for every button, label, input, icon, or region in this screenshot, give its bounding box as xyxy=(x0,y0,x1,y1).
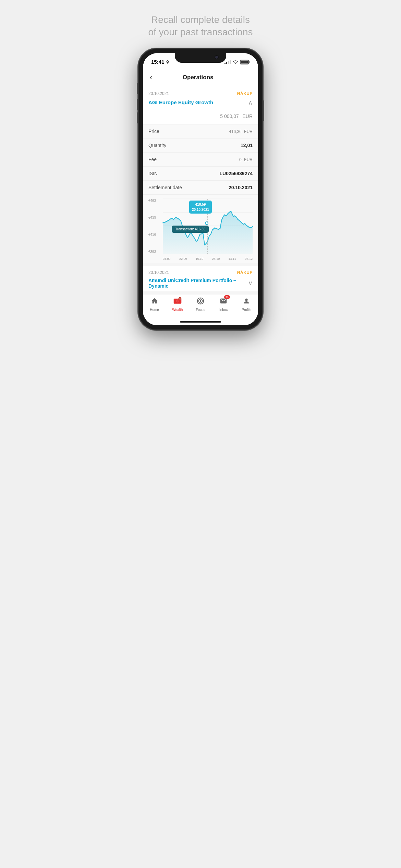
transaction-card-1: 20.10.2021 NÁKUP AGI Europe Equity Growt… xyxy=(143,87,258,263)
detail-row-quantity: Quantity 12,01 xyxy=(143,138,258,153)
quantity-label: Quantity xyxy=(148,143,166,148)
chart-container: €463 €439 €416 €393 xyxy=(148,199,253,261)
svg-point-23 xyxy=(245,298,248,301)
x-label-5: 03.12 xyxy=(245,257,253,261)
signal-icon xyxy=(224,60,231,64)
spacer xyxy=(143,291,258,294)
transaction-2-expand[interactable]: Amundi UniCredit Premium Portfolio – Dyn… xyxy=(143,278,258,291)
profile-icon xyxy=(243,297,250,307)
status-time: 15:41 xyxy=(151,59,170,65)
notch-camera xyxy=(215,55,219,59)
y-label-3: €393 xyxy=(148,250,162,254)
chart-tooltip-price: 418,59 20.10.2021 xyxy=(189,201,212,214)
svg-rect-1 xyxy=(226,62,227,64)
detail-row-settlement: Settlement date 20.10.2021 xyxy=(143,181,258,195)
svg-point-18 xyxy=(200,300,202,302)
nav-header: ‹ Operations xyxy=(143,68,258,87)
chevron-down-icon: ∨ xyxy=(248,279,253,287)
transaction-1-date: 20.10.2021 xyxy=(148,91,169,96)
quantity-value: 12,01 xyxy=(241,143,253,148)
nav-item-inbox[interactable]: 91 Inbox xyxy=(212,297,235,312)
chart-area: 418,59 20.10.2021 Transaction: 416,36 xyxy=(163,199,253,254)
transaction-1-amount: 5 000,07 EUR xyxy=(219,110,253,120)
transaction-2-name: Amundi UniCredit Premium Portfolio – Dyn… xyxy=(148,278,248,289)
nav-item-focus[interactable]: Focus xyxy=(189,297,212,312)
chart-x-labels: 04.09 22.09 10.10 28.10 14.11 03.12 xyxy=(163,257,253,261)
price-value: 416,36 EUR xyxy=(228,129,253,134)
focus-icon xyxy=(197,297,204,307)
nav-item-wealth[interactable]: € € Wealth xyxy=(166,297,189,312)
wealth-icon: € € xyxy=(173,297,182,307)
chart-section: €463 €439 €416 €393 xyxy=(143,195,258,263)
phone-frame: 15:41 xyxy=(139,49,262,329)
location-icon xyxy=(166,60,170,64)
y-label-2: €416 xyxy=(148,233,162,237)
battery-icon xyxy=(240,60,250,64)
wealth-label: Wealth xyxy=(172,308,183,312)
tagline-line2: of your past transactions xyxy=(148,26,253,38)
settlement-value: 20.10.2021 xyxy=(229,185,253,190)
bottom-nav: Home € € Wealth xyxy=(143,294,258,320)
x-label-3: 28.10 xyxy=(212,257,220,261)
tagline-line1: Recall complete details xyxy=(148,14,253,26)
y-label-0: €463 xyxy=(148,199,162,203)
content-area: 20.10.2021 NÁKUP AGI Europe Equity Growt… xyxy=(143,87,258,294)
x-label-2: 10.10 xyxy=(196,257,204,261)
svg-rect-2 xyxy=(228,61,229,64)
status-icons xyxy=(224,60,250,64)
page-title: Operations xyxy=(155,74,241,81)
page-wrapper: Recall complete details of your past tra… xyxy=(100,7,301,329)
profile-label: Profile xyxy=(242,308,251,312)
svg-rect-0 xyxy=(224,63,226,64)
phone-screen: 15:41 xyxy=(143,53,258,325)
detail-row-price: Price 416,36 EUR xyxy=(143,124,258,138)
notch xyxy=(175,53,226,63)
price-label: Price xyxy=(148,129,159,134)
detail-row-isin: ISIN LU0256839274 xyxy=(143,167,258,181)
nav-item-profile[interactable]: Profile xyxy=(235,297,258,312)
settlement-label: Settlement date xyxy=(148,185,182,190)
home-indicator-bar xyxy=(180,321,221,323)
fee-value: 0 EUR xyxy=(238,157,253,162)
inbox-label: Inbox xyxy=(219,308,228,312)
transaction-1-details: Price 416,36 EUR Quantity 12,01 Fee xyxy=(143,124,258,195)
chevron-up-icon: ∧ xyxy=(248,99,253,106)
isin-label: ISIN xyxy=(148,171,158,176)
svg-rect-6 xyxy=(249,61,250,63)
y-label-1: €439 xyxy=(148,216,162,219)
focus-label: Focus xyxy=(196,308,205,312)
wifi-icon xyxy=(233,60,238,64)
transaction-1-expand[interactable]: AGI Europe Equity Growth ∧ xyxy=(143,99,258,109)
detail-row-fee: Fee 0 EUR xyxy=(143,153,258,167)
home-icon xyxy=(151,297,158,307)
transaction-2-type: NÁKUP xyxy=(237,270,253,275)
x-label-4: 14.11 xyxy=(229,257,236,261)
transaction-1-amount-row: 5 000,07 EUR xyxy=(143,109,258,124)
back-button[interactable]: ‹ xyxy=(150,72,155,83)
x-label-1: 22.09 xyxy=(179,257,187,261)
home-label: Home xyxy=(150,308,159,312)
svg-rect-5 xyxy=(241,60,248,63)
svg-text:€: € xyxy=(177,299,179,303)
fee-label: Fee xyxy=(148,157,157,162)
inbox-icon: 91 xyxy=(220,297,227,307)
chart-tooltip-transaction: Transaction: 416,36 xyxy=(172,226,209,233)
isin-value: LU0256839274 xyxy=(219,171,253,176)
transaction-card-2: 20.10.2021 NÁKUP Amundi UniCredit Premiu… xyxy=(143,266,258,291)
transaction-2-header: 20.10.2021 NÁKUP xyxy=(143,266,258,278)
tagline: Recall complete details of your past tra… xyxy=(148,14,253,39)
transaction-1-name: AGI Europe Equity Growth xyxy=(148,99,213,105)
nav-item-home[interactable]: Home xyxy=(143,297,166,312)
chart-y-labels: €463 €439 €416 €393 xyxy=(148,199,162,254)
home-indicator xyxy=(143,320,258,325)
transaction-1-header: 20.10.2021 NÁKUP xyxy=(143,87,258,99)
x-label-0: 04.09 xyxy=(163,257,171,261)
clock: 15:41 xyxy=(151,59,164,65)
inbox-badge: 91 xyxy=(224,295,230,299)
transaction-1-type: NÁKUP xyxy=(237,91,253,96)
svg-rect-3 xyxy=(230,60,231,64)
transaction-2-date: 20.10.2021 xyxy=(148,270,169,275)
